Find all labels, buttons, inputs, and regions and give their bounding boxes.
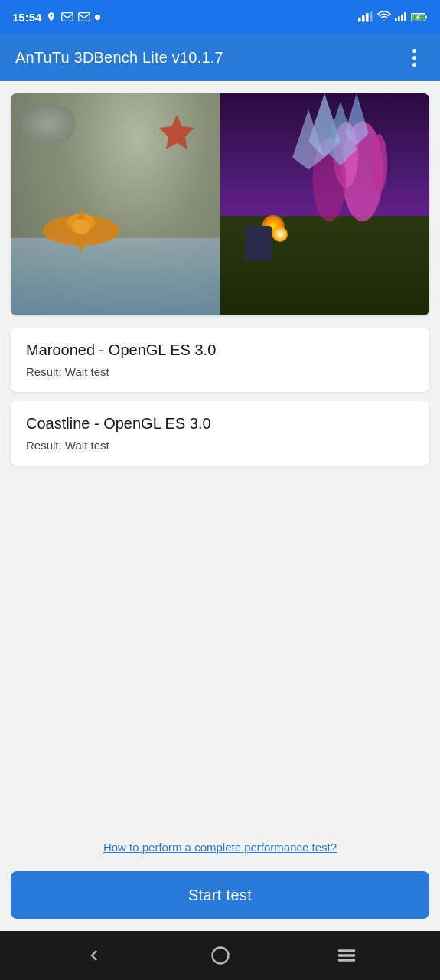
help-link-container[interactable]: How to perform a complete performance te…	[11, 835, 429, 861]
starfish-scene	[11, 93, 220, 315]
orange-starfish	[28, 192, 135, 253]
svg-rect-0	[62, 13, 73, 21]
coastline-title: Coastline - OpenGL ES 3.0	[26, 415, 414, 433]
wifi-icon	[377, 11, 391, 22]
app-bar-title: AnTuTu 3DBench Lite v10.1.7	[15, 49, 223, 67]
svg-point-16	[72, 219, 90, 234]
blue-crystals	[230, 93, 419, 238]
marooned-result: Result: Wait test	[26, 365, 414, 378]
coastline-preview	[220, 93, 430, 315]
status-right-section	[358, 11, 428, 22]
menu-dot-2	[412, 56, 416, 60]
mail2-icon	[78, 12, 90, 21]
location-icon	[46, 11, 57, 22]
benchmark-preview-image	[11, 93, 429, 315]
coastline-info-card: Coastline - OpenGL ES 3.0 Result: Wait t…	[11, 401, 429, 466]
svg-rect-6	[395, 18, 397, 21]
svg-point-26	[212, 948, 228, 964]
svg-rect-2	[358, 18, 361, 22]
background-rock	[21, 105, 75, 143]
nav-bar	[0, 931, 440, 980]
main-content: Marooned - OpenGL ES 3.0 Result: Wait te…	[0, 81, 440, 835]
marooned-info-card: Marooned - OpenGL ES 3.0 Result: Wait te…	[11, 328, 429, 392]
benchmark-image-card	[11, 93, 429, 315]
bottom-section: How to perform a complete performance te…	[0, 835, 440, 931]
svg-rect-5	[370, 12, 373, 22]
svg-rect-8	[401, 15, 403, 21]
app-bar: AnTuTu 3DBench Lite v10.1.7	[0, 34, 440, 81]
battery-icon	[411, 12, 428, 22]
red-starfish	[150, 111, 204, 149]
coastline-result: Result: Wait test	[26, 439, 414, 452]
recents-icon	[336, 948, 357, 963]
cell-icon	[395, 11, 407, 22]
status-time: 15:54	[12, 11, 41, 24]
mail-icon	[61, 12, 73, 21]
coastline-scene	[220, 93, 430, 315]
signal-icon	[358, 11, 373, 22]
svg-rect-9	[404, 12, 406, 21]
marooned-preview	[11, 93, 220, 315]
svg-rect-28	[337, 954, 354, 956]
notification-dot	[95, 15, 100, 20]
svg-rect-27	[337, 949, 354, 952]
svg-rect-11	[425, 15, 427, 18]
home-button[interactable]	[201, 936, 240, 975]
svg-marker-17	[159, 115, 194, 149]
more-options-button[interactable]	[403, 47, 425, 68]
home-icon	[210, 945, 231, 966]
svg-rect-7	[398, 16, 400, 21]
svg-rect-4	[366, 13, 369, 21]
svg-rect-3	[362, 15, 365, 22]
back-icon	[83, 945, 105, 966]
help-link[interactable]: How to perform a complete performance te…	[103, 841, 337, 854]
content-spacer	[11, 475, 429, 822]
status-bar: 15:54	[0, 0, 440, 34]
svg-rect-1	[79, 13, 90, 21]
marooned-title: Marooned - OpenGL ES 3.0	[26, 341, 414, 359]
recents-button[interactable]	[328, 936, 366, 975]
menu-dot-3	[412, 63, 416, 67]
svg-rect-29	[337, 959, 354, 961]
start-test-button[interactable]: Start test	[11, 871, 429, 919]
character-figure	[245, 226, 272, 260]
menu-dot-1	[412, 49, 416, 53]
status-left-section: 15:54	[12, 11, 100, 24]
back-button[interactable]	[75, 936, 113, 975]
